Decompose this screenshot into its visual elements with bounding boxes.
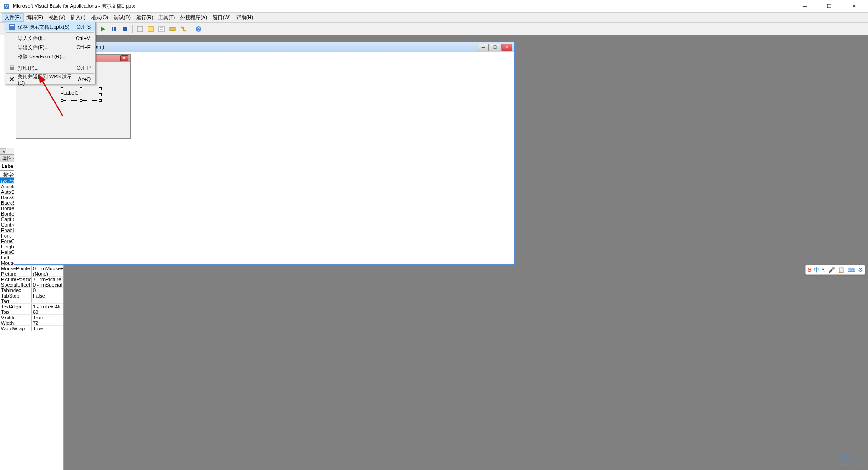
svg-rect-3 <box>112 27 113 31</box>
menu-debug[interactable]: 调试(D) <box>111 13 133 22</box>
ime-settings-icon[interactable]: ⚙ <box>858 267 863 273</box>
menu-addins[interactable]: 外接程序(A) <box>178 13 210 22</box>
app-icon: V <box>3 3 10 10</box>
file-menu-dropdown: 保存 演示文稿1.pptx(S) Ctrl+S 导入文件(I)... Ctrl+… <box>5 22 96 84</box>
svg-text:V: V <box>5 4 9 9</box>
menu-export[interactable]: 导出文件(E)... Ctrl+E <box>5 43 95 52</box>
ime-lang[interactable]: 中 <box>814 266 819 274</box>
save-icon <box>8 23 16 30</box>
userform-close-icon[interactable]: ✕ <box>120 55 128 61</box>
resize-handle[interactable] <box>99 93 102 96</box>
toolbar: ? <box>0 23 868 35</box>
menu-file[interactable]: 文件(F) <box>2 13 24 22</box>
child-minimize-button[interactable]: ─ <box>478 44 489 51</box>
help-icon[interactable]: ? <box>194 24 204 34</box>
menu-format[interactable]: 格式(O) <box>88 13 111 22</box>
label-control[interactable]: Label1 <box>62 89 100 101</box>
svg-rect-15 <box>10 25 14 26</box>
menu-run[interactable]: 运行(R) <box>133 13 156 22</box>
svg-rect-4 <box>114 27 116 31</box>
design-mode-icon[interactable] <box>135 24 145 34</box>
menu-help[interactable]: 帮助(H) <box>234 13 256 22</box>
property-row[interactable]: Top60 <box>0 309 63 315</box>
close-button[interactable]: ✕ <box>847 2 861 11</box>
menu-insert[interactable]: 插入(I) <box>68 13 88 22</box>
menu-print[interactable]: 打印(P)... Ctrl+P <box>5 63 95 72</box>
menubar: 文件(F) 编辑(E) 视图(V) 插入(I) 格式(O) 调试(D) 运行(R… <box>0 13 868 23</box>
property-row[interactable]: MousePointer0 - fmMousePo <box>0 266 63 271</box>
maximize-button[interactable]: ☐ <box>822 2 836 11</box>
property-row[interactable]: Width72 <box>0 320 63 326</box>
property-row[interactable]: TabStopFalse <box>0 293 63 298</box>
mdi-area: ◄ ► 属性 - Label1 ✕ Label1 Label ▾ 按字母序 按分… <box>0 35 868 470</box>
menu-remove[interactable]: 移除 UserForm1(R)... <box>5 52 95 61</box>
property-row[interactable]: PicturePositio7 - fmPicture <box>0 277 63 282</box>
ime-keyboard-icon[interactable]: ⌨ <box>848 267 855 273</box>
child-close-button[interactable]: ✕ <box>501 44 512 51</box>
minimize-button[interactable]: ─ <box>798 2 812 11</box>
resize-handle[interactable] <box>61 87 63 90</box>
property-row[interactable]: SpecialEffect0 - fmSpecial <box>0 282 63 288</box>
svg-rect-7 <box>148 26 153 32</box>
child-maximize-button[interactable]: ☐ <box>490 44 500 51</box>
property-row[interactable]: WordWrapTrue <box>0 326 63 331</box>
ime-clipboard-icon[interactable]: 📋 <box>838 267 845 273</box>
ime-toolbar[interactable]: S 中 •, 🎤 📋 ⌨ ⚙ <box>805 265 865 275</box>
property-row[interactable]: Picture(None) <box>0 271 63 277</box>
window-title: Microsoft Visual Basic for Applications … <box>13 3 135 10</box>
object-browser-icon[interactable] <box>168 24 178 34</box>
svg-rect-17 <box>10 66 13 67</box>
menu-import[interactable]: 导入文件(I)... Ctrl+M <box>5 34 95 43</box>
pause-icon[interactable] <box>109 24 119 34</box>
print-icon <box>8 64 16 71</box>
menu-window[interactable]: 窗口(W) <box>210 13 234 22</box>
svg-rect-5 <box>123 27 127 31</box>
properties-icon[interactable] <box>157 24 167 34</box>
menu-view[interactable]: 视图(V) <box>46 13 68 22</box>
resize-handle[interactable] <box>61 93 63 96</box>
resize-handle[interactable] <box>61 99 63 102</box>
property-row[interactable]: Tag <box>0 298 63 304</box>
scroll-left-icon[interactable]: ◄ <box>0 148 6 155</box>
menu-tools[interactable]: 工具(T) <box>156 13 178 22</box>
ime-logo-icon[interactable]: S <box>807 267 811 273</box>
close-icon <box>8 76 16 83</box>
ime-mic-icon[interactable]: 🎤 <box>828 267 835 273</box>
svg-rect-11 <box>170 27 175 31</box>
run-icon[interactable] <box>98 24 108 34</box>
resize-handle[interactable] <box>80 87 82 90</box>
svg-marker-2 <box>101 26 105 32</box>
property-row[interactable]: TabIndex0 <box>0 288 63 293</box>
resize-handle[interactable] <box>99 99 102 102</box>
project-explorer-icon[interactable] <box>146 24 156 34</box>
svg-text:?: ? <box>197 26 200 32</box>
resize-handle[interactable] <box>80 99 82 102</box>
menu-close-return[interactable]: 关闭并返回到 WPS 演示(C) Alt+Q <box>5 75 95 84</box>
window-titlebar: V Microsoft Visual Basic for Application… <box>0 0 868 13</box>
menu-save[interactable]: 保存 演示文稿1.pptx(S) Ctrl+S <box>5 22 95 31</box>
toolbox-icon[interactable] <box>179 24 189 34</box>
ime-punct[interactable]: •, <box>822 267 826 273</box>
menu-edit[interactable]: 编辑(E) <box>24 13 46 22</box>
resize-handle[interactable] <box>99 87 102 90</box>
property-row[interactable]: TextAlign1 - fmTextAli <box>0 304 63 309</box>
property-row[interactable]: VisibleTrue <box>0 315 63 320</box>
stop-icon[interactable] <box>120 24 130 34</box>
